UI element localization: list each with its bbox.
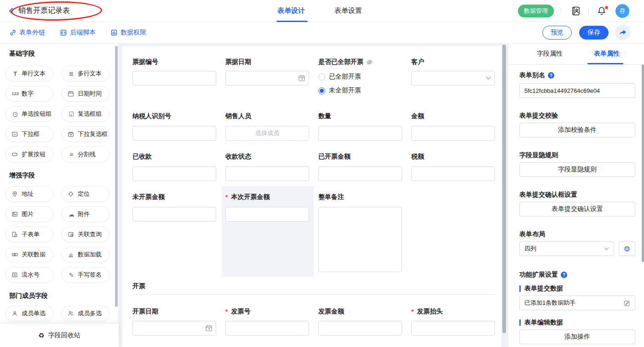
field-item-linked-query[interactable]: 关联查询	[62, 227, 109, 242]
current-invoice-amount-input[interactable]	[225, 207, 309, 222]
back-icon[interactable]	[7, 6, 15, 16]
field-item-radio-group[interactable]: ⊙单选按钮组	[6, 106, 53, 122]
field-label-all-invoiced[interactable]: 是否已全部开票	[318, 58, 373, 66]
form-external-link[interactable]: 表单外链	[9, 28, 45, 37]
layout-settings-gear-button[interactable]: ⚙	[619, 241, 635, 256]
field-label-amount[interactable]: 金额	[411, 112, 424, 120]
panel-scrollbar[interactable]	[642, 64, 644, 262]
amount-input[interactable]	[411, 126, 495, 141]
invoice-date-input[interactable]	[132, 321, 216, 336]
field-item-checkbox-group[interactable]: ☑复选框组	[62, 106, 109, 122]
field-item-locate[interactable]: 定位	[62, 186, 109, 202]
section-title-invoicing[interactable]: 开票	[132, 282, 145, 290]
field-item-divider[interactable]: ≡分割线	[62, 147, 109, 162]
form-alias-label: 表单别名 ?	[519, 71, 554, 80]
page-title[interactable]: 销售开票记录表	[18, 6, 70, 16]
add-validation-button[interactable]: 添加校验条件	[519, 123, 635, 137]
field-item-number[interactable]: 123数字	[6, 86, 53, 102]
submit-data-assistant-box[interactable]: 已添加1条数据助手	[519, 296, 635, 310]
field-label-received[interactable]: 已收款	[132, 153, 152, 161]
form-alias-input[interactable]	[519, 83, 635, 98]
submit-confirm-button[interactable]: 表单提交确认设置	[519, 202, 635, 216]
field-label-invoice-date[interactable]: 开票日期	[132, 307, 158, 316]
contacts-icon[interactable]	[570, 6, 581, 17]
tab-form-design[interactable]: 表单设计	[277, 6, 305, 15]
field-label-bill-no[interactable]: 票据编号	[132, 58, 158, 66]
field-item-member-multi[interactable]: 成员多选	[62, 306, 109, 321]
invoice-no-input[interactable]	[225, 321, 309, 336]
received-input[interactable]	[132, 166, 216, 181]
help-icon[interactable]: ?	[561, 272, 567, 278]
field-item-multi-line-text[interactable]: ≣多行文本	[62, 66, 109, 81]
bill-no-input[interactable]	[132, 71, 216, 85]
invoiced-amount-input[interactable]	[318, 166, 402, 181]
tab-field-properties[interactable]: 字段属性	[537, 50, 563, 58]
field-item-address[interactable]: 地址	[6, 186, 53, 202]
tax-amount-input[interactable]	[411, 166, 495, 181]
radio-option-not-all-invoiced[interactable]: 未全部开票	[318, 86, 361, 95]
field-label-salesperson[interactable]: 销售人员	[225, 112, 251, 120]
data-permission-link[interactable]: 数据权限	[110, 28, 146, 37]
field-item-serial-number[interactable]: 流水号	[6, 267, 53, 283]
field-item-data-load[interactable]: 数据加载	[62, 247, 109, 262]
canvas-scrollbar[interactable]	[502, 45, 506, 333]
order-remark-textarea[interactable]	[318, 207, 402, 272]
field-item-extend-button[interactable]: 扩展按钮	[6, 147, 53, 162]
payment-status-input[interactable]	[225, 166, 309, 181]
form-layout-select[interactable]: 四列	[519, 241, 614, 256]
save-button[interactable]: 保存	[579, 26, 609, 40]
tab-form-settings[interactable]: 表单设置	[334, 6, 362, 15]
field-item-dropdown-multi[interactable]: 下拉复选框	[62, 126, 109, 142]
field-label-bill-date[interactable]: 票据日期	[225, 58, 251, 66]
field-item-linked-data[interactable]: 关联数据	[6, 247, 53, 262]
uninvoiced-amount-input[interactable]	[132, 207, 216, 222]
field-label-quantity[interactable]: 数量	[318, 112, 331, 120]
field-label-invoice-no[interactable]: *发票号	[225, 307, 250, 316]
radio-option-all-invoiced[interactable]: 已全部开票	[318, 73, 361, 81]
field-item-datetime[interactable]: 日期时间	[62, 86, 109, 102]
field-recycle-bin[interactable]: ♻ 字段回收站	[0, 324, 119, 347]
add-action-button[interactable]: 添加操作	[519, 330, 635, 344]
bill-date-field[interactable]	[225, 71, 309, 85]
avatar[interactable]: 存	[615, 4, 629, 18]
field-label-tax-id[interactable]: 纳税人识别号	[132, 112, 171, 120]
invoice-amount-input[interactable]	[318, 321, 402, 336]
field-label-invoice-title[interactable]: *发票抬头	[411, 307, 443, 316]
field-label-payment-status[interactable]: 收款状态	[225, 153, 251, 161]
field-item-signature[interactable]: ✎手写签名	[62, 267, 109, 283]
sidebar-scrollbar[interactable]	[115, 46, 118, 307]
field-item-single-line-text[interactable]: T单行文本	[6, 66, 53, 81]
field-item-dropdown[interactable]: 下拉框	[6, 126, 53, 142]
field-label-order-remark[interactable]: 整单备注	[318, 193, 344, 201]
select-member-button[interactable]: 选择成员	[225, 126, 309, 141]
share-button[interactable]	[615, 25, 631, 40]
field-label-invoice-amount[interactable]: 发票金额	[318, 307, 344, 316]
field-item-image[interactable]: 图片	[6, 206, 53, 222]
customer-select[interactable]	[411, 71, 495, 85]
field-label-customer[interactable]: 客户	[411, 58, 424, 66]
edit-icon[interactable]	[623, 300, 630, 307]
customer-select-input[interactable]	[411, 71, 495, 85]
field-label-invoiced-amount[interactable]: 已开票金额	[318, 153, 351, 161]
field-label-uninvoiced-amount[interactable]: 未开票金额	[132, 193, 165, 201]
field-visibility-button[interactable]: 字段显隐规则	[519, 162, 635, 177]
data-manage-button[interactable]: 数据管理	[518, 5, 554, 17]
field-item-attachment[interactable]: ☁附件	[62, 206, 109, 222]
invoice-date-field[interactable]	[132, 321, 216, 336]
field-item-label: 流水号	[22, 271, 40, 279]
field-item-member-single[interactable]: 成员单选	[6, 306, 53, 321]
field-label-current-invoice-amount[interactable]: *本次开票金额	[225, 193, 270, 201]
preview-button[interactable]: 预览	[542, 26, 572, 40]
field-item-label: 复选框组	[78, 110, 102, 118]
bill-date-input[interactable]	[225, 71, 309, 85]
field-item-subform[interactable]: 子表单	[6, 227, 53, 242]
radio-checked[interactable]	[318, 87, 325, 94]
quantity-input[interactable]	[318, 126, 402, 141]
backend-script-link[interactable]: 后端脚本	[60, 28, 96, 37]
field-label-tax-amount[interactable]: 税额	[411, 153, 424, 161]
radio-unchecked[interactable]	[318, 74, 325, 80]
tax-id-input[interactable]	[132, 126, 216, 141]
invoice-title-input[interactable]	[411, 321, 495, 336]
help-icon[interactable]: ?	[548, 72, 554, 79]
tab-form-properties[interactable]: 表单属性	[594, 50, 620, 58]
